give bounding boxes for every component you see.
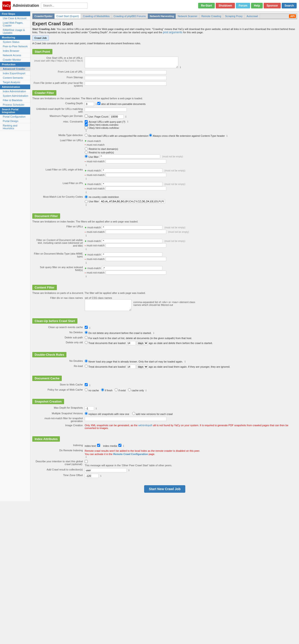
sidebar-item-load-web-pages[interactable]: Load Web Pages, Crawler [0,20,30,28]
tab-scraping-proxy[interactable]: Scraping Proxy [223,14,245,19]
content-must-not-match-input[interactable] [105,243,166,248]
accept-query-checkbox[interactable] [85,120,88,123]
sidebar-item-network-access[interactable]: Network Access [0,53,30,58]
index-media-checkbox[interactable] [118,444,121,447]
sponsor-button[interactable]: Sponsor [264,3,281,8]
no-cache-radio[interactable] [85,388,88,391]
if-exist-radio[interactable] [115,388,118,391]
tab-remote-crawling[interactable]: Remote Crawling [200,14,223,19]
max-pages-use-checkbox[interactable] [85,114,88,118]
tab-crawl-start-expert[interactable]: Crawl Start (Expert) [54,14,81,19]
do-not-load-radio[interactable] [85,134,88,137]
cache-only-radio[interactable] [128,388,131,391]
help-button[interactable]: Help [251,3,263,8]
sidebar-item-process-scheduler[interactable]: Process Scheduler [0,102,30,107]
sidebar-item-filter-blacklists[interactable]: Filter & Blacklists [0,98,30,102]
no-doubles-radio[interactable] [85,360,88,362]
doc-url-must-match-input[interactable] [102,225,163,230]
sidebar-item-ram-disk[interactable]: RAM/Disk Usage & Updates [0,28,30,35]
timezone-input[interactable] [85,474,99,478]
use-filter-radio[interactable] [85,155,88,158]
also-non-parsable-checkbox[interactable] [97,102,100,105]
delete-days-input[interactable] [126,341,136,345]
tab-mediawikis[interactable]: Crawling of MediaWikis [81,14,112,19]
must-not-match-use-filter-input[interactable] [105,159,166,164]
sidebar-item-advanced-crawler[interactable]: Advanced Crawler [0,67,30,71]
sidebar-item-content-semantic[interactable]: Content Semantic [0,76,30,80]
sidebar-item-target-analysis[interactable]: Target Analysis [0,80,30,84]
obey-noindex-checkbox[interactable] [85,123,88,126]
from-file-input[interactable] [85,82,167,86]
sidebar-item-index-export[interactable]: Index Export/Import [0,71,30,76]
replace-old-radio[interactable] [85,412,88,415]
doc-url-must-not-match-input[interactable] [105,230,166,234]
from-sitemap-input[interactable] [85,76,167,80]
crawling-depth-input[interactable] [85,102,94,106]
tab-phpbb3[interactable]: Crawling of phpBB3 Forums [112,14,148,19]
unlimited-depth-input[interactable] [85,108,127,112]
doc-filter-media-type-info-icon: ℹ [86,261,87,264]
sidebar-item-index-admin[interactable]: Index Administration [0,89,30,94]
delete-only-old-radio[interactable] [85,341,88,344]
sidebar-item-portal-config[interactable]: Portal Configuration [0,114,30,119]
add-new-radio[interactable] [132,412,135,415]
css-class-names-textarea[interactable] [85,299,131,311]
restart-button[interactable]: Re-Start [198,3,215,8]
reload-days-input[interactable] [126,364,136,369]
content-must-match-input[interactable] [102,239,163,243]
store-web-cache-checkbox[interactable] [85,383,88,386]
reload-days-select[interactable]: days [136,364,148,369]
use-filter-input[interactable] [99,154,160,158]
sidebar-item-system-admin[interactable]: System Administration [0,94,30,98]
sidebar-item-ranking[interactable]: Ranking and Heuristics [0,124,30,131]
obey-nofollow-checkbox[interactable] [85,126,88,129]
no-country-restriction-radio[interactable] [85,195,88,198]
remote-crawl-config-link[interactable]: Remote Crawl Configuration [113,453,148,456]
post-args-link[interactable]: post arguments [163,31,183,34]
max-depth-snapshots-input[interactable] [85,406,94,410]
ips-must-not-match-input[interactable] [105,186,166,190]
sidebar-item-portal-design[interactable]: Portal Design [0,119,30,124]
sidebar-item-index-browser[interactable]: Index Browser [0,49,30,53]
search-button[interactable]: Search [282,3,297,8]
reload-radio[interactable] [85,364,88,368]
country-codes-input[interactable] [100,199,165,204]
tab-network-scanner[interactable]: Network Scanner [176,14,199,19]
search-input[interactable] [41,2,88,9]
forum-button[interactable]: Forum [236,3,250,8]
start-new-crawl-button[interactable]: Start New Crawl Job [144,485,185,493]
use-filter-country-radio[interactable] [85,200,88,203]
if-fresh-radio[interactable] [101,388,104,391]
document-filter-desc: These are limitations on index feeder. T… [32,220,297,223]
sidebar-item-use-case[interactable]: Use Case & Account [0,16,30,20]
tab-autocrawl[interactable]: Autocrawl [245,14,260,19]
add-crawl-collection-input[interactable] [85,468,127,472]
page-count-input[interactable] [110,114,124,119]
origin-must-not-match-input[interactable] [105,173,166,177]
load-filter-origin-info-icon: ℹ [86,177,87,180]
sidebar-item-system-status[interactable]: System Status [0,40,30,44]
origin-must-match-input[interactable] [102,168,163,172]
do-not-load-label: Do not load URLs with an unsupported fil… [85,134,149,137]
restrict-start-domain-radio[interactable] [85,147,88,150]
delete-days-select[interactable]: days [136,341,148,345]
solr-must-match-input[interactable] [102,266,163,270]
solr-must-not-match-input[interactable] [105,270,166,275]
always-cross-check-radio[interactable] [149,134,152,137]
sidebar-item-peer-to-peer[interactable]: Peer-to-Peer Network [0,44,30,49]
index-text-checkbox[interactable] [97,444,100,447]
ips-must-match-input[interactable] [102,182,163,186]
no-deletion-radio[interactable] [85,331,88,334]
urls-textarea[interactable] [85,56,178,68]
sidebar-item-crawler-monitor[interactable]: Crawler Monitor [0,58,30,62]
from-link-list-input[interactable] [85,70,167,74]
describe-intent-checkbox[interactable] [85,460,88,463]
delete-subpath-radio[interactable] [85,336,88,339]
media-must-match-input[interactable] [102,252,163,257]
restrict-sub-paths-radio[interactable] [85,151,88,154]
shutdown-button[interactable]: Shutdown [216,3,235,8]
media-must-not-match-input[interactable] [105,257,166,261]
wkhtmltopdf-link[interactable]: wkhtmltopdf [138,424,152,427]
cleanup-search-events-checkbox[interactable] [85,326,88,329]
must-not-match-snapshot-input[interactable] [85,417,167,421]
